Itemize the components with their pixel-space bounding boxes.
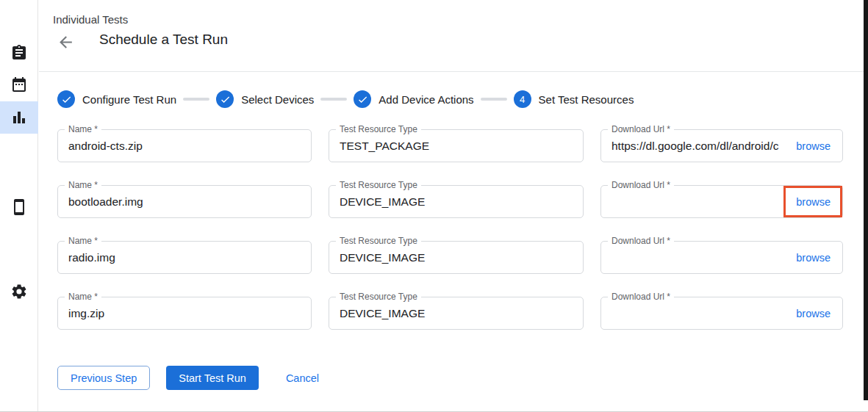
- gear-icon: [10, 283, 28, 300]
- step-3[interactable]: Add Device Actions: [354, 90, 473, 108]
- step-label: Select Devices: [241, 93, 314, 106]
- breadcrumb: Individual Tests: [53, 13, 128, 26]
- step-check-icon: [57, 90, 75, 108]
- browse-link[interactable]: browse: [796, 196, 831, 208]
- header-divider: [39, 71, 868, 72]
- name-field[interactable]: Name * radio.img: [57, 241, 312, 274]
- sidebar-item-settings[interactable]: [0, 275, 38, 308]
- sidebar: [0, 0, 38, 412]
- cancel-button[interactable]: Cancel: [286, 372, 319, 384]
- resource-type-field[interactable]: Test Resource Type TEST_PACKAGE: [329, 129, 584, 162]
- sidebar-item-test-runs[interactable]: [0, 101, 38, 134]
- name-field-value: android-cts.zip: [68, 130, 143, 162]
- step-2[interactable]: Select Devices: [216, 90, 314, 108]
- calendar-icon: [10, 76, 28, 93]
- bar-chart-icon: [10, 109, 28, 126]
- app-root: Individual Tests Schedule a Test Run Con…: [0, 0, 868, 412]
- name-field[interactable]: Name * bootloader.img: [57, 185, 312, 218]
- resource-type-value: DEVICE_IMAGE: [340, 242, 425, 273]
- window-edge-bar: [864, 0, 868, 400]
- download-url-field[interactable]: Download Url * browse: [600, 297, 843, 330]
- step-1[interactable]: Configure Test Run: [57, 90, 176, 108]
- download-url-field[interactable]: Download Url * https://dl.google.com/dl/…: [600, 129, 843, 162]
- back-button[interactable]: [57, 32, 76, 51]
- resource-type-field[interactable]: Test Resource Type DEVICE_IMAGE: [329, 241, 584, 274]
- step-label: Configure Test Run: [82, 93, 176, 106]
- download-url-value: https://dl.google.com/dl/android/c: [611, 130, 789, 162]
- resource-type-value: DEVICE_IMAGE: [340, 297, 425, 329]
- stepper: Configure Test RunSelect DevicesAdd Devi…: [57, 90, 634, 108]
- main-content: Individual Tests Schedule a Test Run Con…: [39, 0, 868, 412]
- name-field-value: img.zip: [68, 297, 104, 329]
- name-field[interactable]: Name * img.zip: [57, 297, 312, 330]
- smartphone-icon: [10, 198, 28, 216]
- step-label: Add Device Actions: [379, 93, 473, 106]
- page-title: Schedule a Test Run: [99, 32, 228, 48]
- download-url-value: [611, 297, 789, 329]
- resource-type-field[interactable]: Test Resource Type DEVICE_IMAGE: [329, 297, 584, 330]
- resource-type-value: TEST_PACKAGE: [340, 130, 429, 162]
- name-field-value: radio.img: [68, 242, 115, 273]
- sidebar-item-test-plans[interactable]: [0, 68, 38, 101]
- name-field[interactable]: Name * android-cts.zip: [57, 129, 312, 162]
- previous-step-button[interactable]: Previous Step: [57, 366, 150, 390]
- step-4[interactable]: 4Set Test Resources: [514, 90, 634, 108]
- browse-link[interactable]: browse: [796, 308, 831, 319]
- browse-link[interactable]: browse: [796, 140, 831, 152]
- download-url-value: [611, 242, 789, 273]
- download-url-value: [611, 186, 789, 217]
- step-check-icon: [354, 90, 371, 108]
- resource-type-value: DEVICE_IMAGE: [340, 186, 425, 217]
- step-number: 4: [514, 90, 531, 108]
- browse-link[interactable]: browse: [796, 252, 831, 264]
- step-connector: [481, 98, 507, 101]
- sidebar-item-tests[interactable]: [0, 37, 38, 69]
- start-test-run-button[interactable]: Start Test Run: [166, 366, 259, 390]
- arrow-back-icon: [57, 33, 76, 51]
- step-label: Set Test Resources: [539, 93, 634, 106]
- download-url-field[interactable]: Download Url * browse: [600, 241, 843, 274]
- test-resources-form: Name * android-cts.zip Test Resource Typ…: [57, 129, 843, 330]
- download-url-field[interactable]: Download Url * browse: [600, 185, 843, 218]
- resource-type-field[interactable]: Test Resource Type DEVICE_IMAGE: [329, 185, 584, 218]
- clipboard-list-icon: [10, 44, 28, 62]
- sidebar-item-devices[interactable]: [0, 191, 38, 223]
- step-connector: [183, 98, 209, 101]
- name-field-value: bootloader.img: [68, 186, 143, 217]
- step-connector: [320, 98, 347, 101]
- action-bar: Previous Step Start Test Run Cancel: [57, 366, 319, 390]
- step-check-icon: [216, 90, 234, 108]
